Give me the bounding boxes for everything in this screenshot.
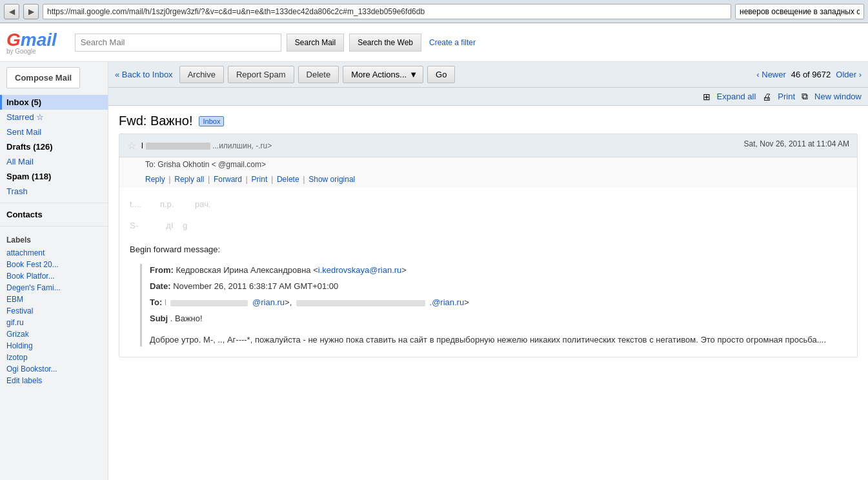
search-web-button[interactable]: Search the Web: [349, 34, 421, 52]
label-grizak[interactable]: Grizak: [0, 328, 108, 340]
label-holding[interactable]: Holding: [0, 340, 108, 352]
go-button[interactable]: Go: [427, 66, 455, 83]
fwd-to-value: l: [165, 297, 167, 307]
body-line2: S- дI g: [130, 219, 847, 233]
fwd-to-email2[interactable]: .@rian.ru: [430, 297, 465, 307]
more-actions-label: More Actions...: [351, 70, 407, 79]
label-gifru[interactable]: gif.ru: [0, 317, 108, 328]
sidebar-item-starred[interactable]: Starred ☆: [0, 110, 108, 125]
body-line1: t.... п.р. рач.: [130, 198, 847, 212]
email-content: « Back to Inbox Archive Report Spam Dele…: [108, 62, 868, 480]
labels-list: attachment Book Fest 20... Book Platfor.…: [0, 247, 108, 386]
show-original-link[interactable]: Show original: [308, 175, 355, 184]
sidebar-item-spam[interactable]: Spam (118): [0, 169, 108, 184]
back-button[interactable]: ◀: [4, 4, 19, 19]
delete-email-link[interactable]: Delete: [277, 175, 299, 184]
action-separator-5: |: [303, 174, 307, 184]
print-link[interactable]: Print: [778, 92, 795, 101]
sender-email-text: ...илилшин, -.ru>: [212, 141, 272, 150]
create-filter-link[interactable]: Create a filter: [429, 38, 476, 47]
reply-all-link[interactable]: Reply all: [174, 175, 204, 184]
sidebar-item-all-mail[interactable]: All Mail: [0, 154, 108, 169]
expand-icon: ⊞: [703, 92, 711, 102]
sidebar-item-inbox[interactable]: Inbox (5): [0, 95, 108, 110]
forwarded-block: From: Кедровская Ирина Александровна <i.…: [140, 264, 847, 346]
fwd-date-label: Date:: [150, 281, 171, 291]
browser-search-input[interactable]: [735, 4, 864, 19]
fwd-from-name: Кедровская Ирина Александровна: [176, 265, 310, 275]
sidebar-item-trash[interactable]: Trash: [0, 184, 108, 199]
sidebar-item-contacts[interactable]: Contacts: [0, 207, 108, 222]
search-mail-input[interactable]: [75, 34, 281, 52]
email-toolbar2: ⊞ Expand all 🖨 Print ⧉ New window: [108, 88, 868, 106]
body-fwd-label: Begin forward message:: [130, 243, 847, 257]
action-separator-2: |: [208, 174, 212, 184]
print-icon: 🖨: [762, 92, 771, 102]
more-actions-button[interactable]: More Actions... ▼: [343, 66, 423, 83]
email-card-header: ☆ l ...илилшин, -.ru> Sat, Nov 26, 2011 …: [119, 134, 857, 157]
email-date: Sat, Nov 26, 2011 at 11:04 AM: [744, 139, 849, 148]
fwd-from-label: From:: [150, 265, 174, 275]
star-icon[interactable]: ☆: [127, 139, 136, 152]
sender-name: l ...илилшин, -.ru>: [141, 141, 272, 150]
gmail-header: Gmail by Google Search Mail Search the W…: [0, 23, 868, 62]
label-festival[interactable]: Festival: [0, 305, 108, 317]
fwd-to-label: To:: [150, 297, 162, 307]
label-degens-fami[interactable]: Degen's Fami...: [0, 282, 108, 294]
fwd-date-value: November 26, 2011 6:38:17 AM GMT+01:00: [173, 281, 338, 291]
email-toolbar: « Back to Inbox Archive Report Spam Dele…: [108, 62, 868, 88]
delete-button[interactable]: Delete: [298, 66, 339, 83]
email-body: t.... п.р. рач. S- дI g Begin forward me…: [119, 188, 857, 357]
sidebar: Compose Mail Inbox (5) Starred ☆ Sent Ma…: [0, 62, 108, 480]
url-bar[interactable]: [43, 4, 731, 19]
label-izotop[interactable]: Izotop: [0, 352, 108, 363]
fwd-body-text: Доброе утро. М-, .., Аг----*, пожалуйста…: [150, 334, 847, 347]
fwd-from-email-link[interactable]: i.kedrovskaya@rian.ru: [318, 265, 402, 275]
label-bookplatfor[interactable]: Book Platfor...: [0, 270, 108, 282]
action-separator-3: |: [246, 174, 250, 184]
action-separator-4: |: [271, 174, 276, 184]
edit-labels-link[interactable]: Edit labels: [0, 375, 108, 386]
action-separator-1: |: [168, 174, 173, 184]
sender-name-text: l: [141, 141, 143, 150]
fwd-subj-label: Subj: [150, 314, 168, 323]
to-redacted-1: [170, 300, 248, 306]
sidebar-item-sent[interactable]: Sent Mail: [0, 125, 108, 139]
dropdown-arrow-icon: ▼: [409, 70, 418, 79]
sender-name-redacted: [146, 143, 210, 150]
pagination-count: 46 of 9672: [791, 70, 831, 79]
sidebar-item-drafts[interactable]: Drafts (126): [0, 139, 108, 154]
print-email-link[interactable]: Print: [252, 175, 268, 184]
email-subject: Fwd: Важно! Inbox: [108, 106, 868, 134]
label-attachment[interactable]: attachment: [0, 247, 108, 259]
expand-all-link[interactable]: Expand all: [717, 92, 756, 101]
subject-text: Fwd: Важно!: [119, 114, 192, 128]
label-bookfest[interactable]: Book Fest 20...: [0, 259, 108, 270]
archive-button[interactable]: Archive: [179, 66, 224, 83]
older-link[interactable]: Older ›: [836, 70, 862, 79]
newer-link[interactable]: ‹ Newer: [756, 70, 786, 79]
email-actions: Reply | Reply all | Forward | Print | De…: [119, 172, 857, 188]
fwd-from: From: Кедровская Ирина Александровна <i.…: [150, 264, 847, 277]
main-layout: Compose Mail Inbox (5) Starred ☆ Sent Ma…: [0, 62, 868, 480]
report-spam-button[interactable]: Report Spam: [228, 66, 294, 83]
new-window-link[interactable]: New window: [814, 92, 862, 101]
label-ebm[interactable]: EBM: [0, 294, 108, 305]
email-card: ☆ l ...илилшин, -.ru> Sat, Nov 26, 2011 …: [119, 134, 858, 357]
inbox-tag[interactable]: Inbox: [199, 116, 224, 126]
fwd-date: Date: November 26, 2011 6:38:17 AM GMT+0…: [150, 280, 847, 294]
reply-link[interactable]: Reply: [145, 175, 165, 184]
search-mail-button[interactable]: Search Mail: [287, 34, 344, 52]
forward-button[interactable]: ▶: [23, 4, 39, 19]
back-to-inbox-link[interactable]: « Back to Inbox: [115, 70, 173, 79]
fwd-to-email1[interactable]: @rian.ru: [252, 297, 285, 307]
email-to: To: Grisha Okhotin < @gmail.com>: [119, 157, 857, 172]
pagination-controls: ‹ Newer 46 of 9672 Older ›: [756, 70, 862, 79]
forward-link[interactable]: Forward: [214, 175, 242, 184]
compose-mail-button[interactable]: Compose Mail: [6, 67, 80, 88]
sender-info: ☆ l ...илилшин, -.ru>: [127, 139, 272, 152]
new-window-icon: ⧉: [802, 91, 808, 102]
label-ogi-bookstor[interactable]: Ogi Bookstor...: [0, 363, 108, 375]
labels-section-header: Labels: [0, 230, 108, 247]
to-redacted-2: [296, 300, 425, 306]
